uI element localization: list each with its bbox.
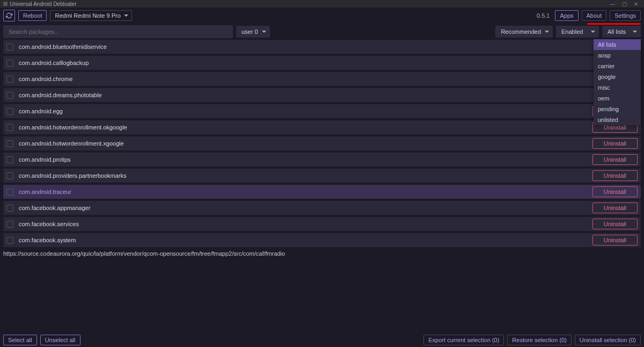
package-name: com.android.hotwordenrollment.xgoogle [19,140,587,147]
package-row[interactable]: com.facebook.systemUninstall [3,233,641,247]
package-row[interactable]: com.android.providers.partnerbookmarksUn… [3,169,641,183]
package-checkbox[interactable] [6,172,13,179]
package-row[interactable]: com.android.hotwordenrollment.xgoogleUni… [3,136,641,150]
uninstall-button[interactable]: Uninstall [592,235,638,245]
info-url: https://source.codeaurora.org/quic/la/pl… [0,247,644,257]
package-checkbox[interactable] [6,140,13,147]
uninstall-selection-button[interactable]: Uninstall selection (0) [575,335,641,345]
select-all-button[interactable]: Select all [3,335,37,345]
package-checkbox[interactable] [6,92,13,99]
export-selection-button[interactable]: Export current selection (0) [423,335,504,345]
package-row[interactable]: com.android.chrome [3,72,641,86]
maximize-icon[interactable]: ▢ [619,1,629,7]
uninstall-button[interactable]: Uninstall [592,138,638,149]
titlebar: Universal Android Debloater — ▢ ✕ [0,0,644,8]
uninstall-button[interactable]: Uninstall [592,154,638,165]
package-row[interactable]: com.facebook.servicesUninstall [3,217,641,231]
package-name: com.facebook.system [19,237,587,243]
package-name: com.android.calllogbackup [19,60,638,66]
lists-dropdown-menu: All listsaospcarriergooglemiscoempending… [594,39,641,125]
lists-dropdown-item[interactable]: unlisted [594,114,641,125]
refresh-icon [6,12,12,19]
filter-lists[interactable]: All lists [602,26,641,38]
package-name: com.android.providers.partnerbookmarks [19,172,587,179]
package-row[interactable]: com.android.protipsUninstall [3,153,641,167]
filterbar: user 0 Recommended Enabled All lists [0,24,644,40]
package-name: com.facebook.appmanager [19,205,587,211]
lists-dropdown-item[interactable]: aosp [594,50,641,61]
refresh-button[interactable] [3,10,15,21]
package-row[interactable]: com.android.traceurUninstall [3,185,641,199]
lists-dropdown-item[interactable]: pending [594,104,641,114]
uninstall-button[interactable]: Uninstall [592,203,638,213]
package-checkbox[interactable] [6,237,13,244]
unselect-all-button[interactable]: Unselect all [40,335,80,345]
lists-dropdown-item[interactable]: misc [594,82,641,93]
lists-dropdown-item[interactable]: google [594,71,641,82]
package-checkbox[interactable] [6,221,13,228]
uninstall-button[interactable]: Uninstall [592,219,638,229]
package-checkbox[interactable] [6,124,13,131]
package-row[interactable]: com.facebook.appmanagerUninstall [3,201,641,215]
package-row[interactable]: com.android.eggUninstall [3,104,641,118]
package-row[interactable]: com.android.calllogbackup [3,56,641,70]
package-checkbox[interactable] [6,189,13,196]
package-checkbox[interactable] [6,156,13,163]
package-name: com.android.dreams.phototable [19,92,638,98]
package-checkbox[interactable] [6,205,13,212]
package-name: com.android.traceur [19,189,587,195]
uninstall-button[interactable]: Uninstall [592,170,638,181]
close-icon[interactable]: ✕ [631,1,641,7]
device-select[interactable]: Redmi Redmi Note 9 Pro [50,10,131,21]
package-name: com.android.chrome [19,76,638,82]
search-input[interactable] [3,25,233,38]
uninstall-button[interactable]: Uninstall [592,186,638,197]
lists-dropdown-item[interactable]: oem [594,93,641,104]
filter-enabled[interactable]: Enabled [556,26,599,38]
lists-dropdown-item[interactable]: All lists [594,39,641,50]
restore-selection-button[interactable]: Restore selection (0) [507,335,572,345]
window-title: Universal Android Debloater [10,1,77,7]
package-row[interactable]: com.android.hotwordenrollment.okgoogleUn… [3,120,641,134]
app-icon [3,2,8,6]
bottombar: Select all Unselect all Export current s… [0,333,644,347]
package-checkbox[interactable] [6,108,13,115]
version-label: 0.5.1 [537,12,550,19]
package-checkbox[interactable] [6,44,13,50]
minimize-icon[interactable]: — [608,1,617,7]
package-name: com.android.protips [19,156,587,163]
device-select-label: Redmi Redmi Note 9 Pro [55,12,120,19]
package-name: com.android.hotwordenrollment.okgoogle [19,124,587,131]
nav-settings[interactable]: Settings [610,10,641,21]
package-checkbox[interactable] [6,76,13,83]
filter-recommended[interactable]: Recommended [495,26,553,38]
nav-apps[interactable]: Apps [555,10,578,21]
package-row[interactable]: com.android.dreams.phototable [3,88,641,102]
package-name: com.android.bluetoothmidiservice [19,44,638,50]
topbar: Reboot Redmi Redmi Note 9 Pro 0.5.1 Apps… [0,8,644,24]
package-row[interactable]: com.android.bluetoothmidiservice [3,40,641,54]
reboot-button[interactable]: Reboot [18,10,47,21]
user-select[interactable]: user 0 [236,26,270,38]
lists-dropdown-item[interactable]: carrier [594,61,641,71]
package-name: com.android.egg [19,108,587,114]
nav-about[interactable]: About [582,10,607,21]
package-list: com.android.bluetoothmidiservicecom.andr… [0,40,644,247]
annotation-underline [587,23,641,25]
package-name: com.facebook.services [19,221,587,227]
package-checkbox[interactable] [6,60,13,67]
